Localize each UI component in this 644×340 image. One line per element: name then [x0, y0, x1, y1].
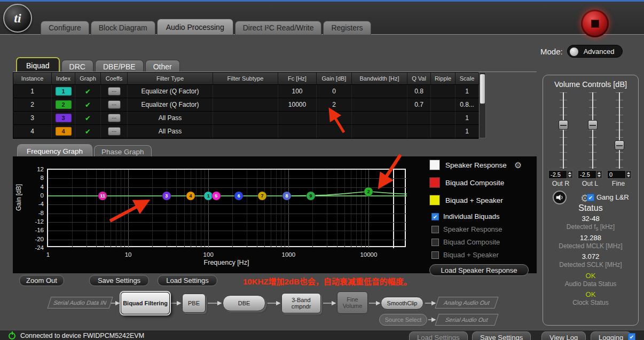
cell-graph[interactable]: ✔ — [75, 112, 101, 125]
cell-fc[interactable]: 10000 — [278, 98, 317, 112]
cell-ripple[interactable] — [431, 125, 455, 138]
cell-filter-type[interactable]: Equalizer (Q Factor) — [128, 98, 213, 112]
spin-up-icon[interactable] — [568, 172, 571, 174]
coeffs-button[interactable]: ... — [108, 87, 121, 96]
flow-source-select[interactable]: Source Select — [379, 314, 427, 326]
scrollbar-thumb[interactable] — [480, 74, 485, 104]
cell-bandwidth[interactable] — [352, 125, 407, 138]
statusbar-load-settings-button[interactable]: Load Settings — [409, 331, 468, 340]
cell-ripple[interactable] — [431, 112, 455, 125]
cell-bandwidth[interactable] — [352, 98, 407, 112]
individual-biquads-checkbox[interactable]: ✔ — [431, 213, 439, 220]
cell-fc[interactable]: 100 — [278, 85, 317, 98]
cell-ripple[interactable] — [431, 85, 455, 98]
cell-fc[interactable] — [278, 112, 317, 125]
biquad-marker-7[interactable]: 7 — [258, 192, 266, 200]
volume-thumb-fine[interactable] — [615, 140, 624, 150]
volume-thumb-out-l[interactable] — [588, 120, 598, 130]
load-speaker-response-button[interactable]: Load Speaker Response — [429, 264, 529, 276]
flow-pbe[interactable]: PBE — [182, 294, 206, 313]
cell-scale[interactable]: 1 — [455, 85, 479, 98]
biquad-composite-checkbox[interactable] — [431, 239, 439, 246]
cell-fc[interactable] — [278, 125, 317, 138]
gang-lr-checkbox[interactable]: ✔ — [587, 194, 594, 201]
flow-3band-compander[interactable]: 3-Band cmpndr — [281, 293, 321, 313]
biquad-marker-9[interactable]: 9 — [307, 192, 315, 200]
cell-qval[interactable] — [407, 125, 431, 138]
cell-scale[interactable]: 1 — [455, 125, 479, 138]
spinbox-arrows[interactable] — [567, 171, 572, 178]
spinbox-arrows[interactable] — [625, 171, 631, 178]
flow-dbe[interactable]: DBE — [223, 295, 265, 311]
biquad-marker-3[interactable]: 3 — [162, 192, 171, 200]
cell-gain[interactable] — [317, 125, 352, 138]
tab-registers[interactable]: Registers — [323, 21, 371, 35]
volume-slider-out-l[interactable] — [589, 92, 596, 169]
cell-qval[interactable]: 0.8 — [407, 85, 431, 98]
cell-gain[interactable]: 2 — [317, 98, 352, 112]
flow-smoothclip[interactable]: SmoothClip — [381, 297, 423, 310]
coeffs-button[interactable]: ... — [108, 114, 121, 122]
flow-fine-volume[interactable]: Fine Volume — [337, 291, 368, 314]
tab-audio-processing[interactable]: Audio Processing — [157, 19, 233, 35]
spin-up-icon[interactable] — [598, 172, 601, 174]
flow-analog-audio-out[interactable]: Analog Audio Out — [435, 297, 498, 309]
statusbar-save-settings-button[interactable]: Save Settings — [472, 331, 531, 340]
logging-checkbox[interactable]: ✔ — [628, 333, 635, 340]
cell-bandwidth[interactable] — [352, 112, 407, 125]
cell-filter-subtype[interactable] — [213, 98, 278, 112]
cell-filter-type[interactable]: Equalizer (Q Factor) — [128, 85, 213, 98]
cell-ripple[interactable] — [431, 98, 455, 112]
speaker-response-checkbox[interactable] — [431, 226, 439, 233]
spin-down-icon[interactable] — [627, 175, 630, 177]
volume-spinbox-fine[interactable]: 0 — [607, 170, 632, 179]
flow-serial-audio-out[interactable]: Serial Audio Out — [435, 314, 498, 326]
coeffs-button[interactable]: ... — [108, 127, 121, 136]
biquad-speaker-checkbox[interactable] — [431, 251, 439, 259]
cell-scale[interactable]: 1 — [455, 112, 479, 125]
speaker-settings-gear-icon[interactable]: ⚙ — [514, 160, 522, 170]
cell-bandwidth[interactable] — [352, 85, 407, 98]
mode-toggle-knob[interactable] — [570, 48, 578, 56]
subtab-biquad[interactable]: Biquad — [16, 57, 60, 73]
volume-spinbox-out-l[interactable]: -2.5 — [578, 170, 602, 179]
zoom-out-button[interactable]: Zoom Out — [19, 275, 64, 286]
flow-serial-audio-in[interactable]: Serial Audio Data IN — [47, 297, 113, 309]
cell-qval[interactable]: 0.7 — [407, 98, 431, 112]
biquad-marker-5[interactable]: 5 — [212, 192, 221, 200]
volume-spinbox-out-r[interactable]: -2.5 — [548, 170, 573, 179]
table-scrollbar[interactable] — [479, 72, 486, 138]
cell-filter-subtype[interactable] — [213, 85, 278, 98]
save-settings-button[interactable]: Save Settings — [89, 275, 149, 286]
plot-area[interactable]: 11341567892 — [47, 169, 406, 247]
coeffs-button[interactable]: ... — [108, 100, 121, 109]
cell-filter-subtype[interactable] — [213, 125, 278, 138]
tab-configure[interactable]: Configure — [41, 21, 89, 35]
cell-filter-subtype[interactable] — [213, 112, 278, 125]
biquad-marker-8[interactable]: 8 — [282, 192, 291, 200]
cell-gain[interactable]: 0 — [317, 85, 352, 98]
spinbox-arrows[interactable] — [596, 171, 602, 178]
cell-graph[interactable]: ✔ — [75, 85, 101, 98]
volume-slider-out-r[interactable] — [560, 92, 567, 169]
mute-speaker-button[interactable] — [553, 191, 567, 204]
spin-down-icon[interactable] — [598, 175, 601, 177]
cell-graph[interactable]: ✔ — [75, 98, 101, 112]
load-settings-button[interactable]: Load Settings — [158, 275, 217, 286]
flow-biquad-filtering[interactable]: Biquad Filtering — [121, 292, 170, 314]
cell-qval[interactable] — [407, 112, 431, 125]
tab-block-diagram[interactable]: Block Diagram — [91, 21, 155, 35]
statusbar-view-log-button[interactable]: View Log — [541, 331, 586, 340]
spin-up-icon[interactable] — [627, 172, 630, 174]
cell-graph[interactable]: ✔ — [75, 125, 101, 138]
cell-filter-type[interactable]: All Pass — [128, 125, 213, 138]
volume-slider-fine[interactable] — [616, 92, 623, 169]
tab-direct-i2c[interactable]: Direct I²C Read/Write — [235, 21, 322, 35]
biquad-marker-4[interactable]: 4 — [186, 192, 195, 200]
cell-filter-type[interactable]: All Pass — [128, 112, 213, 125]
statusbar-logging-button[interactable]: Logging — [591, 331, 631, 340]
mode-toggle[interactable]: Advanced — [567, 45, 623, 58]
volume-thumb-out-r[interactable] — [559, 120, 568, 130]
spin-down-icon[interactable] — [568, 175, 571, 177]
stop-button[interactable] — [581, 10, 609, 37]
